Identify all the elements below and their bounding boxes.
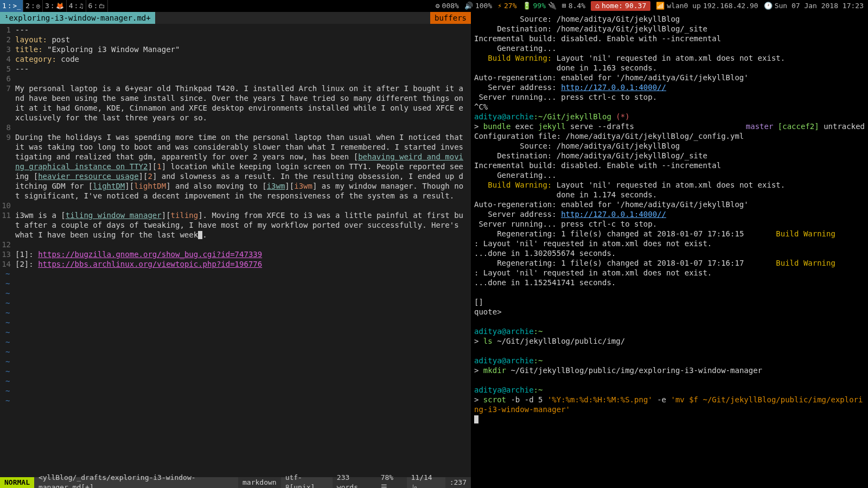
line-number: 11 <box>0 210 15 240</box>
vim-tab-active[interactable]: ¹exploring-i3-window-manager.md+ <box>0 12 155 24</box>
i3-status-bar: 1:>_ 2:◎ 3:🦊 4:♫ 6:🗀 ⚙008% 🔊100% ⚡27% 🔋9… <box>0 0 868 12</box>
term-output: Incremental build: disabled. Enable with… <box>474 160 865 170</box>
empty-line-tilde: ~ <box>0 288 471 298</box>
terminal-cursor <box>474 415 478 423</box>
term-output: ...done in 1.302055674 seconds. <box>474 248 865 258</box>
term-output: Server address: http://127.0.0.1:4000// <box>474 82 865 92</box>
vim-mode: NORMAL <box>0 477 34 488</box>
line-number: 4 <box>0 54 15 64</box>
terminal-pane[interactable]: Source: /home/aditya/Git/jekyllBlog Dest… <box>471 12 868 488</box>
line-number: 2 <box>0 35 15 44</box>
wifi-status: 📶wlan0 up 192.168.42.90 <box>656 1 758 11</box>
speaker-icon: 🔊 <box>464 1 473 11</box>
line-number: 7 <box>0 84 15 123</box>
term-command: > mkdir ~/Git/jekyllBlog/public/img/expl… <box>474 365 865 375</box>
firefox-icon: 🦊 <box>56 1 64 11</box>
vim-position: 11/14 ㏑ <box>407 477 445 488</box>
workspace-6[interactable]: 6:🗀 <box>86 0 108 12</box>
term-output: Regenerating: 1 file(s) changed at 2018-… <box>474 258 865 268</box>
term-output: Build Warning: Layout 'nil' requested in… <box>474 53 865 63</box>
status-right: ⚙008% 🔊100% ⚡27% 🔋99% 🔌 ⊞8.4% ⌂home: 90.… <box>436 1 868 11</box>
wifi-icon: 📶 <box>656 1 665 11</box>
term-prompt: aditya@archie:~ <box>474 326 865 336</box>
empty-line-tilde: ~ <box>0 318 471 328</box>
gear-icon: ⚙ <box>436 1 440 11</box>
empty-line-tilde: ~ <box>0 347 471 357</box>
empty-line-tilde: ~ <box>0 269 471 279</box>
term-output: Destination: /home/aditya/Git/jekyllBlog… <box>474 151 865 160</box>
workspace-1[interactable]: 1:>_ <box>0 0 23 12</box>
term-prompt: aditya@archie:~ <box>474 385 865 395</box>
terminal-icon: >_ <box>13 1 21 11</box>
term-output <box>474 317 865 326</box>
volume-status: 🔊100% <box>464 1 492 11</box>
vim-editor-pane[interactable]: ¹exploring-i3-window-manager.md+ buffers… <box>0 12 471 488</box>
term-command: > ls ~/Git/jekyllBlog/public/img/ <box>474 336 865 346</box>
term-output: Server address: http://127.0.0.1:4000// <box>474 209 865 219</box>
vim-encoding: utf-8[unix] <box>281 477 333 488</box>
term-output: Server running... press ctrl-c to stop. <box>474 219 865 229</box>
term-output <box>474 375 865 385</box>
term-output: Destination: /home/aditya/Git/jekyllBlog… <box>474 24 865 34</box>
term-output: Incremental build: disabled. Enable with… <box>474 34 865 43</box>
empty-line-tilde: ~ <box>0 357 471 367</box>
vim-percent: 78% ☰ <box>376 477 407 488</box>
vim-column: :237 <box>445 477 471 488</box>
folder-icon: 🗀 <box>99 1 105 11</box>
term-output: done in 1.174 seconds. <box>474 190 865 200</box>
empty-line-tilde: ~ <box>0 308 471 318</box>
empty-line-tilde: ~ <box>0 376 471 386</box>
line-number: 1 <box>0 25 15 35</box>
line-number: 14 <box>0 259 15 269</box>
load-status: ⊞8.4% <box>562 1 585 11</box>
vim-statusline: NORMAL <yllBlog/_drafts/exploring-i3-win… <box>0 477 471 488</box>
editor-body[interactable]: 1--- 2layout: post 3title: "Exploring i3… <box>0 24 471 407</box>
empty-line-tilde: ~ <box>0 298 471 308</box>
line-number: 5 <box>0 64 15 74</box>
term-output: Auto-regeneration: enabled for '/home/ad… <box>474 200 865 209</box>
term-output: ^C% <box>474 102 865 112</box>
vim-wordcount: 233 words <box>333 477 376 488</box>
cursor <box>198 231 202 239</box>
buffers-indicator: buffers <box>430 12 471 24</box>
line-number: 6 <box>0 74 15 84</box>
term-output <box>474 287 865 297</box>
brightness-status: ⚡27% <box>497 1 516 11</box>
term-output: Regenerating: 1 file(s) changed at 2018-… <box>474 229 865 239</box>
empty-line-tilde: ~ <box>0 386 471 396</box>
line-number: 12 <box>0 240 15 249</box>
term-output: [] <box>474 297 865 307</box>
term-output: done in 1.163 seconds. <box>474 63 865 73</box>
term-output: Generating... <box>474 43 865 53</box>
term-command: > scrot -b -d 5 '%Y:%m:%d:%H:%M:%S.png' … <box>474 395 865 414</box>
music-icon: ♫ <box>79 1 83 11</box>
workspace-4[interactable]: 4:♫ <box>67 0 86 12</box>
clock-status: 🕐Sun 07 Jan 2018 17:23 <box>764 1 864 11</box>
home-disk-status: ⌂home: 90.37 <box>591 1 650 11</box>
vim-filetype: markdown <box>238 477 281 488</box>
term-output: Source: /home/aditya/Git/jekyllBlog <box>474 14 865 24</box>
term-output: ...done in 1.152541741 seconds. <box>474 278 865 287</box>
line-number: 3 <box>0 44 15 54</box>
line-number: 8 <box>0 123 15 132</box>
term-command: > bundle exec jekyll serve --draftsmaste… <box>474 121 865 131</box>
vim-tabline: ¹exploring-i3-window-manager.md+ buffers <box>0 12 471 24</box>
workspace-2[interactable]: 2:◎ <box>23 0 43 12</box>
line-number: 13 <box>0 249 15 259</box>
line-number: 10 <box>0 201 15 210</box>
vim-filename: <yllBlog/_drafts/exploring-i3-window-man… <box>34 477 238 488</box>
empty-line-tilde: ~ <box>0 337 471 347</box>
clock-icon: 🕐 <box>764 1 773 11</box>
term-output: Build Warning: Layout 'nil' requested in… <box>474 180 865 190</box>
bolt-icon: ⚡ <box>497 1 502 11</box>
empty-line-tilde: ~ <box>0 396 471 406</box>
line-number: 9 <box>0 132 15 201</box>
workspace-3[interactable]: 3:🦊 <box>43 0 67 12</box>
term-cursor-line <box>474 414 865 424</box>
term-output: Generating... <box>474 170 865 180</box>
term-output: Configuration file: /home/aditya/Git/jek… <box>474 131 865 141</box>
chrome-icon: ◎ <box>36 1 40 11</box>
empty-line-tilde: ~ <box>0 279 471 288</box>
term-output: Server running... press ctrl-c to stop. <box>474 92 865 102</box>
chip-icon: ⊞ <box>562 1 566 11</box>
